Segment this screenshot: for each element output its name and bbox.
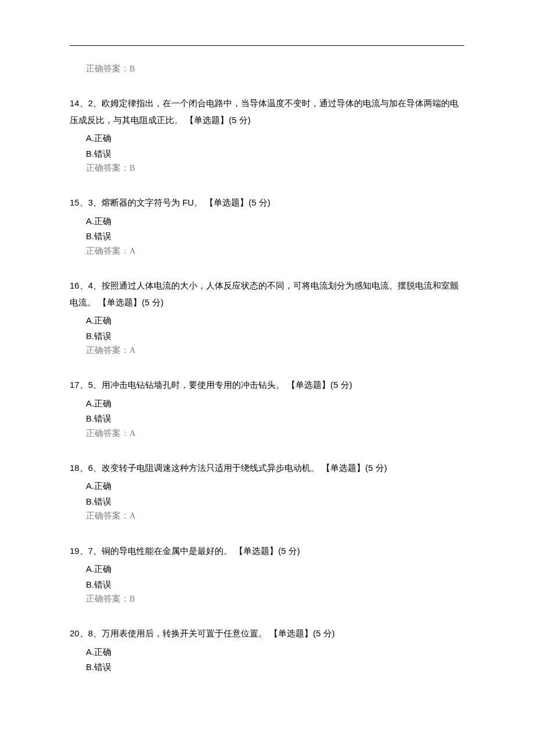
option-text: 错误 [94, 414, 111, 423]
option-b: B.错误 [86, 146, 464, 162]
answer-prefix: 正确答案： [86, 345, 129, 355]
option-text: 错误 [94, 663, 111, 672]
answer-value: B [129, 594, 135, 603]
answer-value: A [129, 511, 135, 520]
option-text: 正确 [94, 134, 111, 143]
option-text: 正确 [94, 316, 111, 325]
option-a: A.正确 [86, 396, 464, 412]
answer-value: B [129, 163, 135, 172]
answer-line: 正确答案：A [86, 244, 464, 258]
question-stem: 19、7、铜的导电性能在金属中是最好的。 【单选题】(5 分) [70, 543, 464, 560]
option-text: 错误 [94, 332, 111, 341]
option-b: B.错误 [86, 577, 464, 593]
answer-value: A [129, 345, 135, 355]
option-letter: A. [86, 133, 94, 143]
answer-value: B [129, 64, 135, 73]
option-letter: A. [86, 216, 94, 226]
option-letter: B. [86, 579, 94, 589]
answer-line: 正确答案：A [86, 344, 464, 357]
option-a: A.正确 [86, 478, 464, 494]
question-stem: 16、4、按照通过人体电流的大小，人体反应状态的不同，可将电流划分为感知电流、摆… [70, 278, 464, 311]
option-text: 正确 [94, 647, 111, 657]
document-page: 正确答案：B 14、2、欧姆定律指出，在一个闭合电路中，当导体温度不变时，通过导… [0, 0, 534, 756]
option-text: 错误 [94, 497, 111, 506]
answer-line: 正确答案：A [86, 509, 464, 523]
option-letter: A. [86, 481, 94, 491]
answer-prefix: 正确答案： [86, 246, 129, 255]
question-stem: 14、2、欧姆定律指出，在一个闭合电路中，当导体温度不变时，通过导体的电流与加在… [70, 95, 464, 128]
question-block: 18、6、改变转子电阻调速这种方法只适用于绕线式异步电动机。 【单选题】(5 分… [70, 460, 464, 523]
option-letter: B. [86, 662, 94, 672]
question-block: 16、4、按照通过人体电流的大小，人体反应状态的不同，可将电流划分为感知电流、摆… [70, 278, 464, 357]
questions-container: 14、2、欧姆定律指出，在一个闭合电路中，当导体温度不变时，通过导体的电流与加在… [70, 95, 464, 675]
option-b: B.错误 [86, 494, 464, 510]
option-a: A.正确 [86, 313, 464, 329]
answer-line: 正确答案：B [86, 592, 464, 606]
orphan-answer-block: 正确答案：B [70, 62, 464, 75]
answer-prefix: 正确答案： [86, 64, 129, 73]
answer-prefix: 正确答案： [86, 163, 129, 172]
top-rule [70, 45, 464, 46]
option-a: A.正确 [86, 561, 464, 577]
answer-value: A [129, 246, 135, 255]
answer-line: 正确答案：B [86, 161, 464, 175]
question-block: 14、2、欧姆定律指出，在一个闭合电路中，当导体温度不变时，通过导体的电流与加在… [70, 95, 464, 175]
option-text: 正确 [94, 217, 111, 226]
option-b: B.错误 [86, 411, 464, 427]
option-letter: A. [86, 564, 94, 574]
option-letter: A. [86, 315, 94, 325]
option-a: A.正确 [86, 131, 464, 146]
option-text: 正确 [94, 481, 111, 491]
question-stem: 20、8、万用表使用后，转换开关可置于任意位置。 【单选题】(5 分) [70, 625, 464, 642]
option-letter: B. [86, 496, 94, 506]
option-text: 错误 [94, 232, 111, 241]
question-block: 20、8、万用表使用后，转换开关可置于任意位置。 【单选题】(5 分)A.正确B… [70, 625, 464, 675]
answer-value: A [129, 429, 135, 438]
question-block: 17、5、用冲击电钻钻墙孔时，要使用专用的冲击钻头。 【单选题】(5 分)A.正… [70, 377, 464, 440]
option-letter: B. [86, 413, 94, 423]
question-stem: 18、6、改变转子电阻调速这种方法只适用于绕线式异步电动机。 【单选题】(5 分… [70, 460, 464, 477]
answer-prefix: 正确答案： [86, 511, 129, 520]
option-b: B.错误 [86, 329, 464, 344]
answer-line: 正确答案：A [86, 427, 464, 440]
option-letter: A. [86, 398, 94, 408]
question-stem: 17、5、用冲击电钻钻墙孔时，要使用专用的冲击钻头。 【单选题】(5 分) [70, 377, 464, 394]
option-a: A.正确 [86, 214, 464, 229]
option-text: 正确 [94, 399, 111, 408]
option-text: 正确 [94, 564, 111, 574]
question-block: 19、7、铜的导电性能在金属中是最好的。 【单选题】(5 分)A.正确B.错误正… [70, 543, 464, 606]
option-letter: A. [86, 647, 94, 657]
answer-prefix: 正确答案： [86, 429, 129, 438]
option-letter: B. [86, 149, 94, 159]
answer-prefix: 正确答案： [86, 594, 129, 603]
question-stem: 15、3、熔断器的文字符号为 FU。 【单选题】(5 分) [70, 195, 464, 211]
option-text: 错误 [94, 580, 111, 589]
option-letter: B. [86, 231, 94, 241]
option-letter: B. [86, 331, 94, 341]
option-b: B.错误 [86, 229, 464, 244]
question-block: 15、3、熔断器的文字符号为 FU。 【单选题】(5 分)A.正确B.错误正确答… [70, 195, 464, 258]
answer-line: 正确答案：B [86, 62, 464, 75]
option-a: A.正确 [86, 645, 464, 660]
option-text: 错误 [94, 149, 111, 159]
option-b: B.错误 [86, 660, 464, 675]
